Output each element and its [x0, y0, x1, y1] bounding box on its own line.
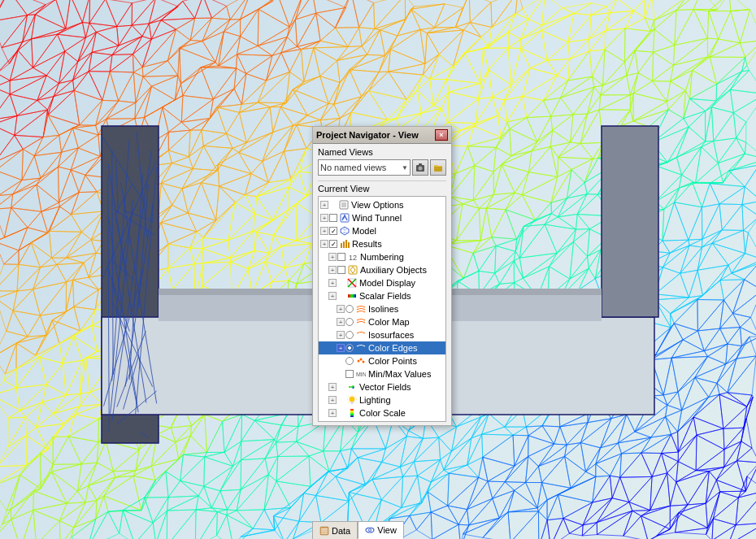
color-edges-label: Color Edges [368, 343, 418, 353]
svg-text:12: 12 [349, 254, 357, 262]
svg-rect-7 [341, 243, 342, 248]
svg-rect-14 [348, 294, 356, 298]
tree-item-model-display[interactable]: + Model Display [319, 276, 445, 289]
checkbox-minmax[interactable] [345, 370, 354, 378]
wind-tunnel-icon [339, 212, 350, 224]
model-label: Model [352, 226, 376, 236]
model-icon [339, 225, 350, 237]
tree-item-color-points[interactable]: Color Points [319, 354, 445, 367]
model-display-label: Model Display [359, 278, 415, 288]
tab-data[interactable]: Data [312, 521, 358, 539]
bottom-tabs: Data View [312, 521, 404, 539]
save-view-button[interactable] [412, 159, 428, 176]
isolines-icon [355, 303, 367, 315]
expand-isosurfaces[interactable]: + [337, 331, 345, 339]
checkbox-wind-tunnel[interactable] [329, 214, 337, 222]
results-label: Results [352, 239, 382, 249]
checkbox-results[interactable] [329, 240, 337, 248]
isosurfaces-icon [355, 329, 367, 341]
tree-item-lighting[interactable]: + Lighting [319, 393, 445, 406]
dropdown-arrow-icon: ▼ [402, 164, 408, 172]
tree-item-numbering[interactable]: + 12 Numbering [319, 250, 445, 263]
folder-view-button[interactable] [430, 159, 446, 176]
radio-color-map[interactable] [345, 318, 354, 326]
tree-item-model[interactable]: + Model [319, 224, 445, 237]
tree-item-results[interactable]: + Results [319, 237, 445, 250]
svg-point-17 [363, 361, 365, 363]
named-views-label: Named Views [318, 147, 446, 157]
tree-item-vector-fields[interactable]: + Vector Fields [319, 380, 445, 393]
svg-rect-9 [345, 240, 347, 248]
expand-model-display[interactable]: + [328, 279, 337, 287]
checkbox-auxiliary-objects[interactable] [337, 266, 345, 274]
expand-results[interactable]: + [320, 240, 328, 248]
svg-point-15 [358, 360, 360, 363]
svg-rect-2 [419, 163, 422, 165]
dialog-title: Project Navigator - View [316, 130, 419, 140]
dialog-body: Named Views No named views ▼ Cu [313, 144, 451, 425]
radio-isosurfaces[interactable] [345, 331, 354, 339]
tree-item-view-options[interactable]: + View Options [319, 198, 445, 211]
tree-item-isosurfaces[interactable]: + Isosurfaces [319, 328, 445, 341]
expand-color-scale[interactable]: + [328, 409, 337, 417]
tree-item-color-edges[interactable]: + Color Edges [319, 341, 445, 354]
checkbox-model[interactable] [329, 227, 337, 235]
expand-color-edges[interactable]: + [337, 344, 345, 352]
current-view-label: Current View [318, 180, 446, 193]
dialog-close-button[interactable]: × [435, 129, 448, 141]
dialog-titlebar[interactable]: Project Navigator - View × [313, 127, 451, 144]
minmax-label: Min/Max Values [368, 369, 431, 379]
results-icon [339, 238, 350, 250]
tree-item-color-scale[interactable]: + Color Scale [319, 406, 445, 419]
svg-point-19 [350, 397, 354, 402]
vector-fields-icon [346, 381, 358, 393]
data-tab-icon [319, 526, 329, 536]
lighting-icon [346, 394, 358, 406]
tab-view[interactable]: View [358, 521, 404, 539]
named-views-row: No named views ▼ [318, 159, 446, 176]
tree-item-auxiliary-objects[interactable]: + Auxiliary Objects [319, 263, 445, 276]
view-options-label: View Options [351, 200, 404, 210]
tab-view-label: View [377, 525, 397, 535]
expand-view-options[interactable]: + [320, 201, 328, 209]
expand-numbering[interactable]: + [328, 253, 337, 261]
auxiliary-objects-label: Auxiliary Objects [360, 265, 427, 275]
expand-model[interactable]: + [320, 227, 328, 235]
expand-scalar-fields[interactable]: + [328, 292, 337, 300]
expand-wind-tunnel[interactable]: + [320, 214, 328, 222]
isolines-label: Isolines [368, 304, 398, 314]
color-scale-label: Color Scale [359, 408, 406, 418]
tree-item-isolines[interactable]: + Isolines [319, 302, 445, 315]
scalar-fields-label: Scalar Fields [359, 291, 411, 301]
color-map-icon [355, 316, 367, 328]
checkbox-numbering[interactable] [337, 253, 345, 261]
tree-item-minmax[interactable]: MIN Min/Max Values [319, 367, 445, 380]
color-scale-icon [346, 407, 358, 419]
tree-item-scalar-fields[interactable]: + Scalar Fields [319, 289, 445, 302]
tab-data-label: Data [332, 526, 350, 536]
model-display-icon [346, 277, 358, 289]
expand-auxiliary-objects[interactable]: + [328, 266, 337, 274]
expand-isolines[interactable]: + [337, 305, 345, 313]
lighting-label: Lighting [359, 395, 391, 405]
svg-rect-10 [348, 242, 350, 248]
svg-rect-5 [341, 202, 346, 207]
svg-rect-8 [343, 241, 345, 248]
svg-text:MIN: MIN [356, 372, 366, 377]
radio-color-points[interactable] [345, 357, 354, 365]
expand-lighting[interactable]: + [328, 396, 337, 404]
svg-rect-20 [350, 409, 354, 417]
expand-color-map[interactable]: + [337, 318, 345, 326]
radio-color-edges[interactable] [345, 344, 354, 352]
tree-item-color-map[interactable]: + Color Map [319, 315, 445, 328]
color-edges-icon [355, 342, 367, 354]
tree-view: + View Options + Wind Tunnel + [318, 196, 446, 422]
tree-item-wind-tunnel[interactable]: + Wind Tunnel [319, 211, 445, 224]
wind-tunnel-label: Wind Tunnel [352, 213, 402, 223]
svg-rect-22 [321, 528, 328, 530]
radio-isolines[interactable] [345, 305, 354, 313]
named-views-dropdown[interactable]: No named views ▼ [318, 159, 411, 176]
numbering-label: Numbering [360, 252, 404, 262]
expand-vector-fields[interactable]: + [328, 383, 337, 391]
minmax-icon: MIN [355, 368, 367, 380]
